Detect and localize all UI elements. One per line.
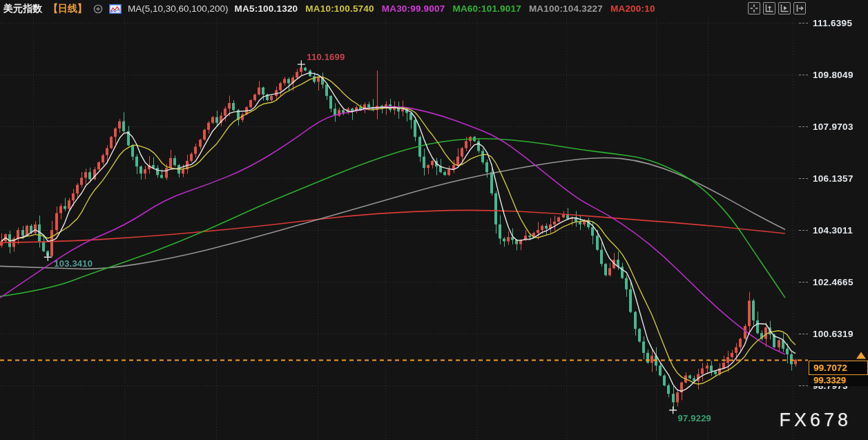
annotation-trough-price: 97.9229 (678, 413, 711, 423)
pan-crosshair-icon[interactable] (748, 2, 760, 15)
ma-legend: MA5:100.1320MA10:100.5740MA30:99.9007MA6… (235, 3, 655, 14)
watermark: FX678 (779, 410, 851, 431)
y-axis-label: 102.4665 (813, 277, 853, 287)
chart-header: 美元指数 【日线】 MA(5,10,30,60,100,200) MA5:100… (0, 0, 868, 17)
ma-legend-item: MA30:99.9007 (382, 3, 445, 14)
annotation-early-low-price: 103.3410 (54, 258, 93, 269)
ma-legend-item: MA10:100.5740 (305, 3, 374, 14)
ma-legend-item: MA5:100.1320 (235, 3, 298, 14)
step-right-icon[interactable] (793, 2, 806, 15)
annotation-peak-price: 110.1699 (307, 52, 345, 62)
axis-scale-up-icon[interactable] (763, 2, 775, 15)
expand-circle-icon[interactable] (93, 4, 103, 14)
current-price-badge: 99.7072 (809, 361, 868, 375)
ma-legend-item: MA100:104.3227 (529, 3, 603, 14)
ma-group-label: MA(5,10,30,60,100,200) (128, 3, 229, 14)
play-forward-icon[interactable] (778, 2, 791, 15)
y-axis-label: 100.6319 (813, 329, 853, 339)
y-axis-label: 106.1357 (813, 173, 853, 184)
y-axis-label: 107.9703 (813, 122, 853, 132)
ma-legend-item: MA200:10 (610, 3, 655, 14)
ma-legend-item: MA60:101.9017 (452, 3, 521, 14)
price-chart-canvas[interactable] (0, 0, 868, 440)
timeframe-label[interactable]: 【日线】 (48, 3, 87, 15)
y-axis-label: 104.3011 (813, 225, 853, 236)
mini-chart-icon[interactable] (109, 4, 122, 14)
symbol-name: 美元指数 (3, 3, 42, 15)
chart-toolbar (748, 2, 806, 15)
secondary-price-badge: 99.3329 (809, 375, 868, 386)
y-axis-label: 111.6395 (813, 18, 852, 28)
y-axis-label: 109.8049 (813, 70, 853, 80)
